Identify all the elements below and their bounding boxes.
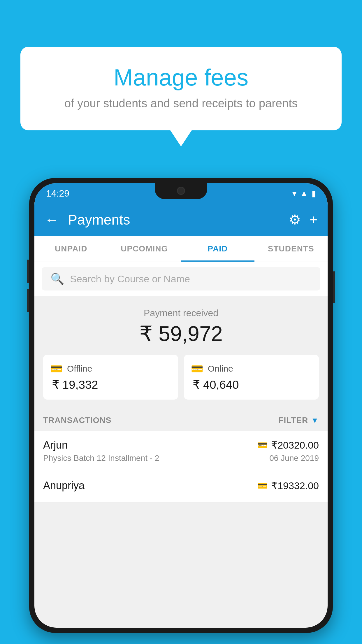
- transaction-row[interactable]: Arjun 💳 ₹20320.00 Physics Batch 12 Insta…: [34, 431, 328, 471]
- search-input[interactable]: Search by Course or Name: [70, 273, 190, 285]
- bubble-subtitle: of your students and send receipts to pa…: [35, 97, 327, 110]
- transaction-name-arjun: Arjun: [43, 439, 68, 451]
- phone-frame: 14:29 ▾ ▲ ▮ ← Payments ⚙ + UNPAID UPCOMI…: [29, 178, 333, 644]
- volume-up-button: [27, 260, 29, 283]
- payment-received-section: Payment received ₹ 59,972 💳 Offline ₹ 19…: [34, 296, 328, 408]
- transactions-label: TRANSACTIONS: [43, 416, 111, 425]
- transaction-amount-arjun: ₹20320.00: [271, 439, 319, 451]
- battery-icon: ▮: [312, 189, 316, 198]
- back-button[interactable]: ←: [45, 212, 59, 227]
- tab-upcoming[interactable]: UPCOMING: [108, 236, 181, 262]
- tab-paid[interactable]: PAID: [181, 236, 254, 262]
- transaction-top-anupriya: Anupriya 💳 ₹19332.00: [43, 480, 319, 492]
- online-icon: 💳: [191, 363, 203, 374]
- transaction-name-anupriya: Anupriya: [43, 480, 85, 492]
- filter-button[interactable]: FILTER ▼: [278, 416, 319, 425]
- bubble-title: Manage fees: [35, 64, 327, 91]
- transaction-course-arjun: Physics Batch 12 Installment - 2: [43, 454, 159, 463]
- offline-label: Offline: [67, 364, 92, 374]
- transaction-top-arjun: Arjun 💳 ₹20320.00: [43, 439, 319, 451]
- speech-bubble: Manage fees of your students and send re…: [20, 47, 342, 130]
- online-card: 💳 Online ₹ 40,640: [184, 355, 319, 400]
- search-icon: 🔍: [50, 272, 64, 285]
- search-box[interactable]: 🔍 Search by Course or Name: [42, 267, 320, 290]
- offline-card-header: 💳 Offline: [50, 363, 171, 374]
- transaction-amount-wrap-anupriya: 💳 ₹19332.00: [257, 480, 319, 491]
- filter-label: FILTER: [278, 416, 308, 425]
- offline-icon: 💳: [50, 363, 62, 374]
- filter-icon: ▼: [311, 416, 319, 425]
- transaction-row[interactable]: Anupriya 💳 ₹19332.00: [34, 471, 328, 503]
- payment-received-label: Payment received: [43, 308, 319, 318]
- power-button: [333, 271, 335, 303]
- transaction-list: Arjun 💳 ₹20320.00 Physics Batch 12 Insta…: [34, 431, 328, 503]
- transactions-header: TRANSACTIONS FILTER ▼: [34, 408, 328, 431]
- screen-title: Payments: [68, 212, 280, 228]
- transaction-amount-anupriya: ₹19332.00: [271, 480, 319, 491]
- phone-notch: [155, 183, 207, 199]
- offline-card: 💳 Offline ₹ 19,332: [43, 355, 178, 400]
- camera: [177, 187, 185, 195]
- transaction-date-arjun: 06 June 2019: [269, 454, 319, 463]
- online-card-header: 💳 Online: [191, 363, 312, 374]
- offline-pay-icon-anupriya: 💳: [257, 481, 268, 491]
- tab-unpaid[interactable]: UNPAID: [34, 236, 108, 262]
- tab-bar: UNPAID UPCOMING PAID STUDENTS: [34, 236, 328, 262]
- online-pay-icon-arjun: 💳: [257, 440, 268, 450]
- status-time: 14:29: [46, 188, 69, 199]
- offline-amount: ₹ 19,332: [50, 378, 171, 391]
- online-label: Online: [208, 364, 233, 374]
- online-amount: ₹ 40,640: [191, 378, 312, 391]
- status-icons: ▾ ▲ ▮: [292, 189, 316, 198]
- settings-icon[interactable]: ⚙: [289, 212, 301, 228]
- search-container: 🔍 Search by Course or Name: [34, 262, 328, 296]
- wifi-icon: ▾: [292, 189, 296, 198]
- transaction-bottom-arjun: Physics Batch 12 Installment - 2 06 June…: [43, 454, 319, 463]
- payment-cards: 💳 Offline ₹ 19,332 💳 Online ₹ 40,640: [43, 355, 319, 400]
- signal-icon: ▲: [300, 189, 308, 198]
- add-button[interactable]: +: [310, 212, 317, 228]
- volume-down-button: [27, 289, 29, 312]
- payment-total-amount: ₹ 59,972: [43, 321, 319, 346]
- transaction-amount-wrap-arjun: 💳 ₹20320.00: [257, 439, 319, 451]
- tab-students[interactable]: STUDENTS: [254, 236, 328, 262]
- app-bar: ← Payments ⚙ +: [34, 204, 328, 236]
